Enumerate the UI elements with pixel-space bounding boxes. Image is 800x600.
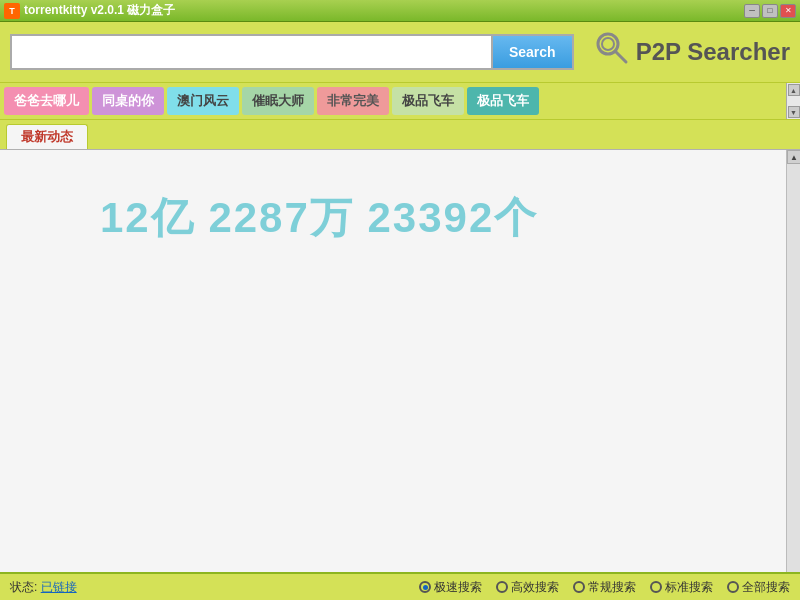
search-mode-group: 极速搜索 高效搜索 常规搜索 标准搜索 全部搜索: [419, 579, 790, 596]
radio-standard-search[interactable]: 标准搜索: [650, 579, 713, 596]
logo-text: P2P Searcher: [636, 38, 790, 66]
close-button[interactable]: ✕: [780, 4, 796, 18]
tags-scrollbar: ▲ ▼: [786, 83, 800, 119]
radio-standard-circle: [650, 581, 662, 593]
maximize-button[interactable]: □: [762, 4, 778, 18]
tags-bar: 爸爸去哪儿 同桌的你 澳门风云 催眠大师 非常完美 极品飞车 极品飞车 ▲ ▼: [0, 82, 800, 120]
title-bar: T torrentkitty v2.0.1 磁力盒子 ─ □ ✕: [0, 0, 800, 22]
tab-bar: 最新动态: [0, 120, 800, 149]
radio-all-circle: [727, 581, 739, 593]
tag-button-6[interactable]: 极品飞车: [467, 87, 539, 115]
tag-button-5[interactable]: 极品飞车: [392, 87, 464, 115]
radio-fast-circle: [419, 581, 431, 593]
tags-inner: 爸爸去哪儿 同桌的你 澳门风云 催眠大师 非常完美 极品飞车 极品飞车: [0, 83, 786, 119]
tag-button-4[interactable]: 非常完美: [317, 87, 389, 115]
minimize-button[interactable]: ─: [744, 4, 760, 18]
radio-normal-search[interactable]: 常规搜索: [573, 579, 636, 596]
app-icon: T: [4, 3, 20, 19]
status-bar: 状态: 已链接 极速搜索 高效搜索 常规搜索 标准搜索 全部搜索: [0, 572, 800, 600]
tag-button-0[interactable]: 爸爸去哪儿: [4, 87, 89, 115]
tags-scroll-up[interactable]: ▲: [788, 84, 800, 96]
status-label: 状态: 已链接: [10, 579, 77, 596]
tab-latest[interactable]: 最新动态: [6, 124, 88, 150]
stats-text: 12亿 2287万 23392个: [0, 150, 538, 246]
radio-normal-circle: [573, 581, 585, 593]
header: Search P2P Searcher: [0, 22, 800, 82]
radio-efficient-search[interactable]: 高效搜索: [496, 579, 559, 596]
scroll-track: [787, 164, 800, 586]
main-scrollbar: ▲ ▼: [786, 150, 800, 600]
search-input[interactable]: [10, 34, 491, 70]
tag-button-2[interactable]: 澳门风云: [167, 87, 239, 115]
radio-efficient-circle: [496, 581, 508, 593]
p2p-logo: P2P Searcher: [594, 30, 790, 74]
search-button[interactable]: Search: [491, 34, 574, 70]
radio-all-search[interactable]: 全部搜索: [727, 579, 790, 596]
tags-scroll-down[interactable]: ▼: [788, 106, 800, 118]
main-content: 12亿 2287万 23392个 ▲ ▼: [0, 149, 800, 600]
window-controls: ─ □ ✕: [744, 4, 796, 18]
radio-fast-search[interactable]: 极速搜索: [419, 579, 482, 596]
tag-button-1[interactable]: 同桌的你: [92, 87, 164, 115]
status-value[interactable]: 已链接: [41, 580, 77, 594]
tag-button-3[interactable]: 催眠大师: [242, 87, 314, 115]
search-icon: [594, 30, 630, 74]
window-title: torrentkitty v2.0.1 磁力盒子: [24, 2, 175, 19]
svg-line-2: [615, 51, 626, 62]
svg-point-1: [602, 38, 614, 50]
scroll-up-arrow[interactable]: ▲: [787, 150, 800, 164]
